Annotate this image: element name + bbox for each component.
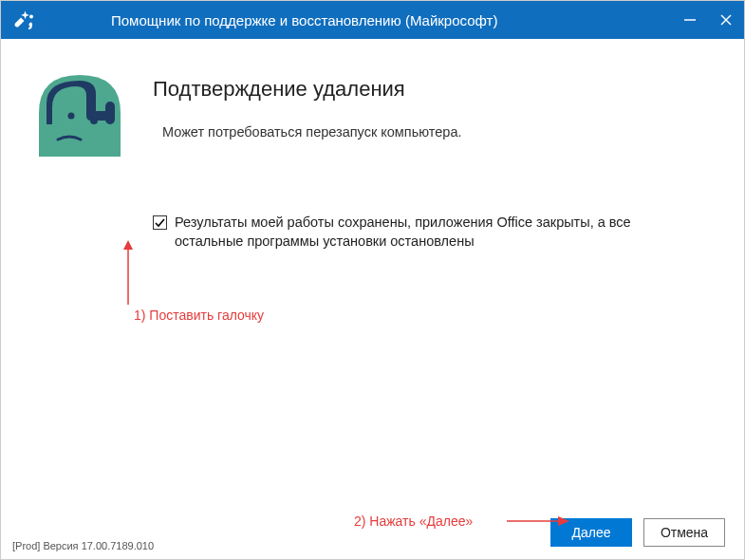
- next-button-label: Далее: [571, 525, 610, 540]
- next-button[interactable]: Далее: [550, 518, 632, 547]
- footer: [Prod] Версия 17.00.7189.010 Далее Отмен…: [1, 506, 744, 559]
- svg-point-4: [90, 117, 98, 124]
- content-area: Подтверждение удаления Может потребовать…: [1, 39, 744, 506]
- minimize-button[interactable]: [672, 1, 708, 39]
- dialog-window: Помощник по поддержке и восстановлению (…: [0, 0, 745, 560]
- confirm-checkbox[interactable]: [153, 215, 167, 230]
- support-agent-icon: [39, 75, 121, 157]
- svg-rect-3: [105, 102, 115, 124]
- cancel-button-label: Отмена: [661, 525, 708, 540]
- confirm-checkbox-label[interactable]: Результаты моей работы сохранены, прилож…: [175, 214, 697, 251]
- confirm-checkbox-row: Результаты моей работы сохранены, прилож…: [153, 214, 697, 251]
- page-heading: Подтверждение удаления: [153, 77, 461, 102]
- cancel-button[interactable]: Отмена: [643, 518, 725, 547]
- titlebar: Помощник по поддержке и восстановлению (…: [1, 1, 744, 39]
- window-controls: [672, 1, 744, 39]
- page-subtext: Может потребоваться перезапуск компьютер…: [162, 124, 461, 140]
- version-label: [Prod] Версия 17.00.7189.010: [12, 540, 154, 551]
- app-icon: [12, 9, 35, 31]
- header-text-block: Подтверждение удаления Может потребовать…: [153, 75, 461, 140]
- window-title: Помощник по поддержке и восстановлению (…: [111, 12, 497, 28]
- close-button[interactable]: [708, 1, 744, 39]
- header-row: Подтверждение удаления Может потребовать…: [39, 75, 716, 157]
- svg-point-5: [68, 113, 75, 120]
